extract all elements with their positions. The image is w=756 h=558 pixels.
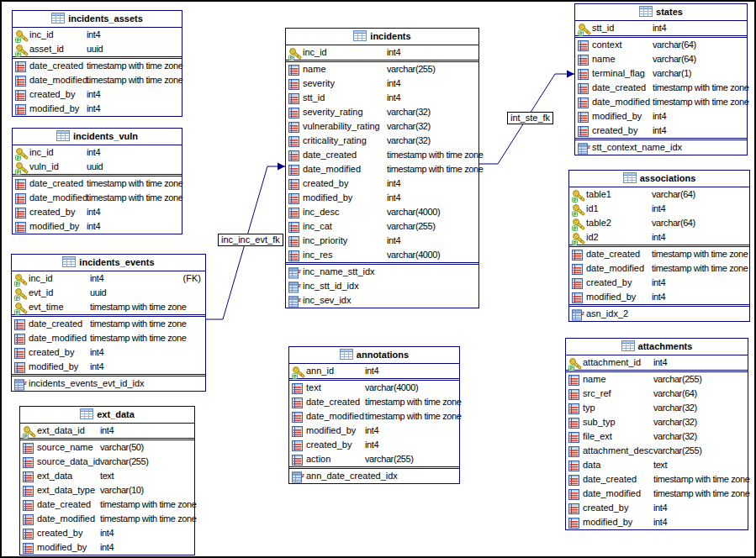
index-row[interactable]: zstt_context_name_idx <box>575 140 747 155</box>
table-incidents_vuln[interactable]: incidents_vulnPinc_idint4Pvuln_iduuiddat… <box>12 128 182 234</box>
table-header[interactable]: annotations <box>289 347 459 364</box>
column-row[interactable]: ext_datatext <box>20 469 194 483</box>
pk-column-row[interactable]: Pid1int4 <box>569 202 749 216</box>
pk-column-row[interactable]: Passet_iduuid <box>13 42 182 56</box>
table-incidents_events[interactable]: incidents_eventsPinc_idint4(FK)Pevt_iduu… <box>11 254 206 392</box>
table-incidents[interactable]: incidentsPinc_idint4namevarchar(255)seve… <box>285 28 479 308</box>
column-row[interactable]: ext_data_typevarchar(10) <box>20 483 194 497</box>
pk-column-row[interactable]: Pann_idint4 <box>289 364 459 378</box>
column-row[interactable]: date_createdtimestamp with time zone <box>566 472 748 487</box>
column-row[interactable]: created_byint4 <box>20 526 194 540</box>
table-header[interactable]: incidents_assets <box>13 11 182 28</box>
column-row[interactable]: src_refvarchar(64) <box>566 387 748 401</box>
column-row[interactable]: date_createdtimestamp with time zone <box>13 59 182 73</box>
pk-column-row[interactable]: Ptable1varchar(64) <box>569 187 749 202</box>
column-row[interactable]: inc_catvarchar(255) <box>286 219 478 234</box>
column-row[interactable]: date_modifiedtimestamp with time zone <box>569 261 749 276</box>
column-row[interactable]: date_createdtimestamp with time zone <box>575 81 747 95</box>
column-row[interactable]: date_createdtimestamp with time zone <box>286 148 478 162</box>
column-row[interactable]: date_createdtimestamp with time zone <box>569 247 749 261</box>
column-row[interactable]: terminal_flagvarchar(1) <box>575 66 747 81</box>
column-row[interactable]: date_modifiedtimestamp with time zone <box>575 95 747 109</box>
column-row[interactable]: created_byint4 <box>575 124 747 138</box>
column-row[interactable]: created_byint4 <box>13 87 182 102</box>
column-row[interactable]: actionvarchar(255) <box>289 452 459 466</box>
column-row[interactable]: inc_resvarchar(4000) <box>286 248 478 262</box>
table-header[interactable]: associations <box>569 171 749 187</box>
column-row[interactable]: namevarchar(255) <box>286 62 478 76</box>
column-row[interactable]: date_modifiedtimestamp with time zone <box>13 191 182 205</box>
index-row[interactable]: zasn_idx_2 <box>569 307 749 321</box>
column-row[interactable]: inc_descvarchar(4000) <box>286 205 478 219</box>
pk-column-row[interactable]: Pvuln_iduuid <box>13 160 182 174</box>
column-row[interactable]: created_byint4 <box>566 501 748 515</box>
column-row[interactable]: textvarchar(4000) <box>289 381 459 395</box>
column-row[interactable]: modified_byint4 <box>13 102 182 116</box>
pk-column-row[interactable]: Pinc_idint4 <box>13 28 182 42</box>
index-row[interactable]: zann_date_created_idx <box>289 469 459 483</box>
table-header[interactable]: attachments <box>566 339 748 355</box>
column-row[interactable]: severityint4 <box>286 76 478 91</box>
table-header[interactable]: incidents_events <box>12 255 205 271</box>
table-annotations[interactable]: annotationsPann_idint4textvarchar(4000)d… <box>288 346 460 484</box>
table-incidents_assets[interactable]: incidents_assetsPinc_idint4Passet_iduuid… <box>12 10 182 117</box>
column-row[interactable]: modified_byint4 <box>20 540 194 555</box>
pk-column-row[interactable]: Pinc_idint4(FK) <box>12 271 205 286</box>
column-row[interactable]: file_extvarchar(32) <box>566 429 748 444</box>
table-header[interactable]: states <box>575 4 747 21</box>
column-row[interactable]: created_byint4 <box>286 176 478 191</box>
column-row[interactable]: modified_byint4 <box>286 191 478 205</box>
column-row[interactable]: modified_byint4 <box>569 290 749 304</box>
index-row[interactable]: zinc_sev_idx <box>286 293 478 308</box>
column-row[interactable]: datatext <box>566 458 748 472</box>
column-row[interactable]: modified_byint4 <box>13 219 182 234</box>
table-header[interactable]: incidents <box>286 29 478 45</box>
column-row[interactable]: modified_byint4 <box>575 109 747 124</box>
column-row[interactable]: namevarchar(255) <box>566 372 748 387</box>
column-row[interactable]: contextvarchar(64) <box>575 38 747 52</box>
column-row[interactable]: date_createdtimestamp with time zone <box>12 317 205 331</box>
column-row[interactable]: date_createdtimestamp with time zone <box>13 176 182 191</box>
column-row[interactable]: date_modifiedtimestamp with time zone <box>289 409 459 424</box>
index-row[interactable]: zinc_name_stt_idx <box>286 265 478 279</box>
pk-column-row[interactable]: Pid2int4 <box>569 230 749 245</box>
index-row[interactable]: zinc_stt_id_idx <box>286 279 478 293</box>
column-row[interactable]: typvarchar(32) <box>566 401 748 415</box>
table-states[interactable]: statesPstt_idint4contextvarchar(64)namev… <box>574 3 748 155</box>
column-row[interactable]: modified_byint4 <box>12 360 205 374</box>
column-row[interactable]: date_modifiedtimestamp with time zone <box>566 487 748 501</box>
pk-column-row[interactable]: Pattachment_idint4 <box>566 355 748 370</box>
column-row[interactable]: created_byint4 <box>12 345 205 360</box>
pk-column-row[interactable]: Pinc_idint4 <box>13 145 182 160</box>
pk-column-row[interactable]: Pevt_iduuid <box>12 286 205 300</box>
pk-column-row[interactable]: Pstt_idint4 <box>575 21 747 35</box>
pk-column-row[interactable]: Pevt_timetimestamp with time zone <box>12 300 205 314</box>
column-row[interactable]: date_createdtimestamp with time zone <box>289 395 459 409</box>
column-row[interactable]: modified_byint4 <box>289 424 459 438</box>
column-row[interactable]: date_createdtimestamp with time zone <box>20 497 194 512</box>
column-row[interactable]: criticality_ratingvarchar(32) <box>286 134 478 148</box>
column-row[interactable]: date_modifiedtimestamp with time zone <box>13 73 182 87</box>
pk-column-row[interactable]: Pinc_idint4 <box>286 45 478 60</box>
table-attachments[interactable]: attachmentsPattachment_idint4namevarchar… <box>565 338 748 530</box>
column-row[interactable]: source_namevarchar(50) <box>20 440 194 455</box>
column-row[interactable]: date_modifiedtimestamp with time zone <box>12 331 205 345</box>
column-row[interactable]: modified_byint4 <box>566 515 748 529</box>
column-row[interactable]: created_byint4 <box>569 276 749 290</box>
column-row[interactable]: sub_typvarchar(32) <box>566 415 748 429</box>
column-row[interactable]: created_byint4 <box>13 205 182 219</box>
index-row[interactable]: zincidents_events_evt_id_idx <box>12 376 205 391</box>
table-header[interactable]: ext_data <box>20 407 194 424</box>
column-row[interactable]: namevarchar(64) <box>575 52 747 66</box>
relation-label-int_ste_fk[interactable]: int_ste_fk <box>507 112 553 124</box>
column-row[interactable]: attachment_descvarchar(255) <box>566 444 748 458</box>
column-row[interactable]: source_data_idvarchar(255) <box>20 455 194 469</box>
column-row[interactable]: severity_ratingvarchar(32) <box>286 105 478 119</box>
column-row[interactable]: date_modifiedtimestamp with time zone <box>20 512 194 526</box>
table-header[interactable]: incidents_vuln <box>13 129 182 145</box>
table-associations[interactable]: associationsPtable1varchar(64)Pid1int4Pt… <box>568 170 750 322</box>
pk-column-row[interactable]: Ptable2varchar(64) <box>569 216 749 230</box>
column-row[interactable]: stt_idint4 <box>286 91 478 105</box>
table-ext_data[interactable]: ext_dataPext_data_idint4source_namevarch… <box>19 406 195 555</box>
pk-column-row[interactable]: Pext_data_idint4 <box>20 424 194 438</box>
